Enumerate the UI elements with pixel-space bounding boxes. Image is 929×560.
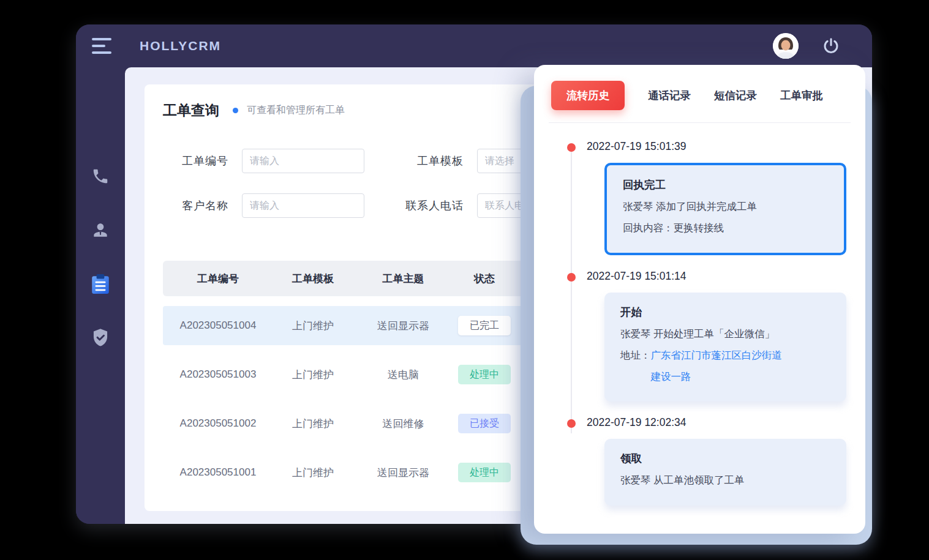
user-avatar[interactable]: [773, 33, 799, 59]
filter-label: 工单编号: [163, 154, 228, 168]
cell-status: 已完工: [454, 316, 515, 335]
column-header: 工单模板: [273, 272, 353, 286]
timeline-card-line: 张爱琴 添加了回执并完成工单: [623, 196, 828, 217]
tab-4[interactable]: 工单审批: [780, 88, 823, 103]
timeline-card-line: 地址：广东省江门市蓬江区白沙街道 建设一路: [620, 345, 830, 387]
cell-subject: 送回维修: [353, 417, 454, 431]
brand-logo: HOLLYCRM: [140, 39, 221, 53]
panel-tabs: 流转历史通话记录短信记录工单审批: [551, 81, 848, 110]
sidebar-item-workorders[interactable]: [89, 273, 111, 295]
cell-status: 已接受: [454, 414, 515, 433]
timeline-card-line: 张爱琴 从工单池领取了工单: [620, 469, 830, 491]
user-icon: [91, 220, 110, 240]
sidebar-item-security[interactable]: [89, 327, 111, 349]
cell-subject: 送回显示器: [353, 466, 454, 480]
cell-order_id: A202305051001: [163, 466, 273, 479]
filter-label: 客户名称: [163, 198, 228, 213]
tab-3[interactable]: 短信记录: [714, 88, 757, 103]
timeline-card-title: 开始: [620, 305, 830, 319]
cell-template: 上门维护: [273, 319, 353, 333]
timeline-timestamp: 2022-07-19 12:02:34: [587, 416, 848, 429]
timeline-card[interactable]: 回执完工张爱琴 添加了回执并完成工单回执内容：更换转接线: [604, 163, 846, 255]
history-timeline: 2022-07-19 15:01:39回执完工张爱琴 添加了回执并完成工单回执内…: [567, 140, 848, 506]
timeline-text: 张爱琴 开始处理工单「企业微信」: [620, 323, 775, 345]
column-header: 工单主题: [353, 272, 454, 286]
column-header: 工单编号: [163, 272, 273, 286]
power-icon[interactable]: [822, 37, 840, 55]
cell-subject: 送电脑: [353, 368, 454, 382]
timeline-text: 张爱琴 添加了回执并完成工单: [623, 196, 757, 217]
shield-check-icon: [91, 328, 110, 348]
cell-status: 处理中: [454, 463, 515, 482]
detail-panel: 流转历史通话记录短信记录工单审批 2022-07-19 15:01:39回执完工…: [534, 65, 865, 534]
tabs-divider: [549, 122, 851, 123]
subtitle-dot: [233, 108, 238, 113]
status-badge: 已接受: [458, 414, 511, 433]
timeline-entry: 2022-07-19 12:02:34领取张爱琴 从工单池领取了工单: [567, 416, 848, 506]
page-subtitle: 可查看和管理所有工单: [247, 104, 345, 117]
timeline-timestamp: 2022-07-19 15:01:39: [587, 140, 848, 153]
status-badge: 处理中: [458, 463, 511, 482]
timeline-timestamp: 2022-07-19 15:01:14: [587, 270, 848, 283]
column-header: 状态: [454, 272, 515, 286]
sidebar-item-calls[interactable]: [89, 165, 111, 187]
address-link[interactable]: 广东省江门市蓬江区白沙街道 建设一路: [651, 345, 783, 387]
timeline-dot-icon: [567, 419, 576, 428]
cell-order_id: A202305051002: [163, 417, 273, 430]
cell-template: 上门维护: [273, 368, 353, 382]
avatar-image: [773, 33, 799, 59]
cell-template: 上门维护: [273, 417, 353, 431]
timeline-dot-icon: [567, 273, 576, 282]
sidebar: [76, 67, 125, 524]
cell-template: 上门维护: [273, 466, 353, 480]
timeline-dot-icon: [567, 143, 576, 152]
filter-input-3[interactable]: [242, 193, 364, 218]
filter-label: 工单模板: [378, 154, 464, 168]
topbar-actions: [773, 33, 840, 59]
tab-1[interactable]: 流转历史: [551, 81, 625, 110]
status-badge: 处理中: [458, 365, 511, 384]
phone-icon: [91, 167, 110, 185]
menu-icon[interactable]: [92, 38, 113, 54]
timeline-card[interactable]: 领取张爱琴 从工单池领取了工单: [604, 439, 846, 506]
clipboard-icon: [90, 273, 111, 295]
timeline-entry: 2022-07-19 15:01:14开始张爱琴 开始处理工单「企业微信」地址：…: [567, 270, 848, 401]
timeline-text: 回执内容：更换转接线: [623, 217, 724, 239]
cell-order_id: A202305051003: [163, 368, 273, 381]
timeline-text: 张爱琴 从工单池领取了工单: [620, 469, 745, 491]
timeline-card-title: 回执完工: [623, 177, 828, 192]
cell-subject: 送回显示器: [353, 319, 454, 333]
filter-input-1[interactable]: [242, 149, 364, 173]
filter-label: 联系人电话: [378, 198, 464, 213]
timeline-entry: 2022-07-19 15:01:39回执完工张爱琴 添加了回执并完成工单回执内…: [567, 140, 848, 255]
cell-order_id: A202305051004: [163, 319, 273, 332]
timeline-card-line: 回执内容：更换转接线: [623, 217, 828, 239]
timeline-card[interactable]: 开始张爱琴 开始处理工单「企业微信」地址：广东省江门市蓬江区白沙街道 建设一路: [604, 293, 846, 401]
tab-2[interactable]: 通话记录: [648, 88, 691, 103]
timeline-text: 地址：: [620, 345, 651, 387]
timeline-card-title: 领取: [620, 451, 830, 466]
status-badge: 已完工: [458, 316, 511, 335]
topbar: HOLLYCRM: [76, 24, 872, 67]
screenshot-stage: HOLLYCRM: [0, 0, 929, 560]
timeline-card-line: 张爱琴 开始处理工单「企业微信」: [620, 323, 830, 345]
page-title: 工单查询: [163, 101, 219, 120]
sidebar-item-customers[interactable]: [89, 219, 111, 241]
cell-status: 处理中: [454, 365, 515, 384]
